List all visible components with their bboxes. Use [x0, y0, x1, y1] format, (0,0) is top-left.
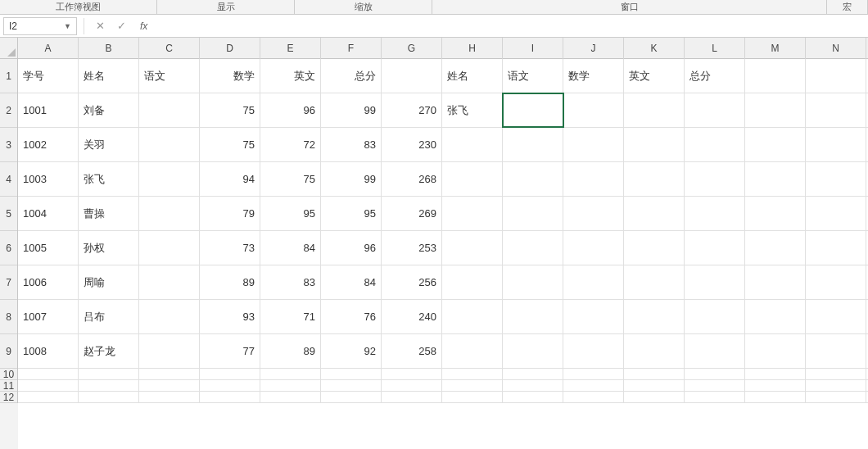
cell-G7[interactable]: 256 [382, 265, 442, 299]
cell-I11[interactable] [503, 380, 563, 391]
column-header-C[interactable]: C [139, 38, 200, 59]
column-header-G[interactable]: G [382, 38, 442, 59]
cell-G5[interactable]: 269 [382, 197, 442, 230]
cell-E9[interactable]: 89 [260, 334, 321, 368]
cell-J8[interactable] [563, 300, 624, 333]
cell-D11[interactable] [200, 380, 260, 391]
cell-F6[interactable]: 96 [321, 231, 382, 265]
cell-C12[interactable] [139, 392, 200, 402]
cell-B11[interactable] [79, 380, 139, 391]
cell-K11[interactable] [624, 380, 685, 391]
cell-B5[interactable]: 曹操 [79, 197, 139, 230]
cell-K7[interactable] [624, 265, 685, 299]
cell-I8[interactable] [503, 300, 563, 333]
cell-E10[interactable] [260, 369, 321, 379]
cell-L11[interactable] [685, 380, 745, 391]
cell-M12[interactable] [745, 392, 806, 402]
cell-D4[interactable]: 94 [200, 162, 260, 196]
cell-C3[interactable] [139, 128, 200, 161]
cancel-button[interactable]: ✕ [93, 19, 107, 34]
row-header-9[interactable]: 9 [0, 334, 17, 369]
cell-I2[interactable] [503, 93, 563, 127]
cell-J5[interactable] [563, 197, 624, 230]
cell-H1[interactable]: 姓名 [442, 59, 503, 93]
cell-F7[interactable]: 84 [321, 265, 382, 299]
column-header-I[interactable]: I [503, 38, 563, 59]
row-header-8[interactable]: 8 [0, 300, 17, 334]
cell-C7[interactable] [139, 265, 200, 299]
cell-F3[interactable]: 83 [321, 128, 382, 161]
cell-L1[interactable]: 总分 [685, 59, 745, 93]
cell-N7[interactable] [806, 265, 866, 299]
cell-M5[interactable] [745, 197, 806, 230]
cell-F10[interactable] [321, 369, 382, 379]
cell-grid[interactable]: 学号姓名语文数学英文总分姓名语文数学英文总分1001刘备759699270张飞1… [18, 59, 868, 449]
cell-D8[interactable]: 93 [200, 300, 260, 333]
cell-C8[interactable] [139, 300, 200, 333]
cell-E12[interactable] [260, 392, 321, 402]
cell-I7[interactable] [503, 265, 563, 299]
cell-B6[interactable]: 孙权 [79, 231, 139, 265]
cell-A4[interactable]: 1003 [18, 162, 79, 196]
cell-K6[interactable] [624, 231, 685, 265]
cell-B4[interactable]: 张飞 [79, 162, 139, 196]
cell-H9[interactable] [442, 334, 503, 368]
cell-C2[interactable] [139, 93, 200, 127]
cell-C10[interactable] [139, 369, 200, 379]
cell-B7[interactable]: 周喻 [79, 265, 139, 299]
cell-L2[interactable] [685, 93, 745, 127]
cell-A5[interactable]: 1004 [18, 197, 79, 230]
cell-C9[interactable] [139, 334, 200, 368]
cell-A2[interactable]: 1001 [18, 93, 79, 127]
cell-D12[interactable] [200, 392, 260, 402]
cell-B2[interactable]: 刘备 [79, 93, 139, 127]
cell-H6[interactable] [442, 231, 503, 265]
cell-D9[interactable]: 77 [200, 334, 260, 368]
column-header-J[interactable]: J [563, 38, 624, 59]
cell-G6[interactable]: 253 [382, 231, 442, 265]
cell-F12[interactable] [321, 392, 382, 402]
cell-N11[interactable] [806, 380, 866, 391]
cell-G9[interactable]: 258 [382, 334, 442, 368]
cell-A1[interactable]: 学号 [18, 59, 79, 93]
cell-L8[interactable] [685, 300, 745, 333]
row-header-4[interactable]: 4 [0, 162, 17, 197]
name-box[interactable]: I2 ▼ [3, 17, 77, 35]
cell-F5[interactable]: 95 [321, 197, 382, 230]
cell-G2[interactable]: 270 [382, 93, 442, 127]
cell-M8[interactable] [745, 300, 806, 333]
column-header-K[interactable]: K [624, 38, 685, 59]
cell-D6[interactable]: 73 [200, 231, 260, 265]
cell-K1[interactable]: 英文 [624, 59, 685, 93]
cell-G3[interactable]: 230 [382, 128, 442, 161]
cell-A9[interactable]: 1008 [18, 334, 79, 368]
cell-A12[interactable] [18, 392, 79, 402]
row-header-5[interactable]: 5 [0, 197, 17, 231]
chevron-down-icon[interactable]: ▼ [64, 22, 71, 30]
cell-G11[interactable] [382, 380, 442, 391]
cell-M7[interactable] [745, 265, 806, 299]
cell-J1[interactable]: 数学 [563, 59, 624, 93]
cell-I6[interactable] [503, 231, 563, 265]
cell-F1[interactable]: 总分 [321, 59, 382, 93]
cell-B3[interactable]: 关羽 [79, 128, 139, 161]
cell-G8[interactable]: 240 [382, 300, 442, 333]
cell-F2[interactable]: 99 [321, 93, 382, 127]
row-header-3[interactable]: 3 [0, 128, 17, 162]
cell-I1[interactable]: 语文 [503, 59, 563, 93]
column-header-D[interactable]: D [200, 38, 260, 59]
cell-C11[interactable] [139, 380, 200, 391]
cell-G10[interactable] [382, 369, 442, 379]
cell-K5[interactable] [624, 197, 685, 230]
cell-N2[interactable] [806, 93, 866, 127]
cell-E4[interactable]: 75 [260, 162, 321, 196]
row-header-10[interactable]: 10 [0, 369, 17, 380]
cell-K10[interactable] [624, 369, 685, 379]
cell-D2[interactable]: 75 [200, 93, 260, 127]
cell-J7[interactable] [563, 265, 624, 299]
cell-L3[interactable] [685, 128, 745, 161]
cell-H12[interactable] [442, 392, 503, 402]
cell-J11[interactable] [563, 380, 624, 391]
cell-B9[interactable]: 赵子龙 [79, 334, 139, 368]
cell-K12[interactable] [624, 392, 685, 402]
